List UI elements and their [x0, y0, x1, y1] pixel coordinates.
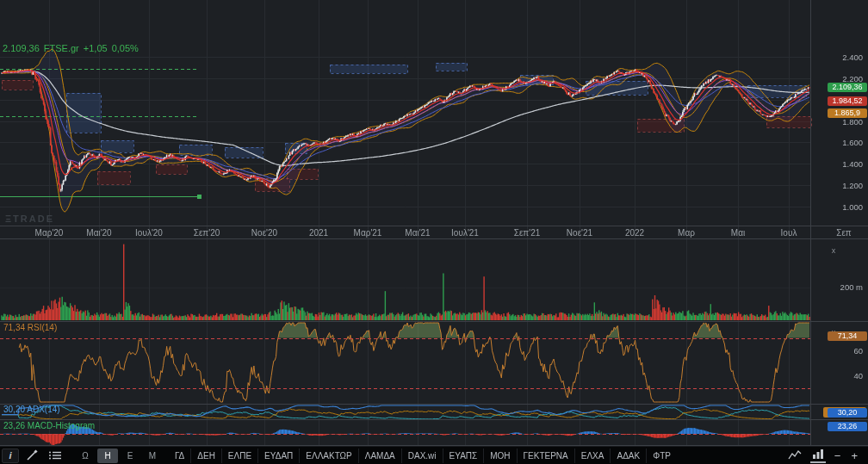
ma-red-badge: 1.984,52 — [828, 96, 867, 106]
time-axis-label: Νοε'20 — [251, 228, 277, 238]
info-button[interactable]: i — [2, 449, 19, 463]
time-axis-label: Ιουλ'20 — [135, 228, 163, 238]
zoom-in-button[interactable]: + — [849, 449, 859, 462]
rsi-axis-tick: 60 — [853, 346, 863, 356]
minus-icon: − — [834, 449, 841, 462]
ma-orange-badge: 1.865,9 — [828, 108, 867, 118]
price-axis-tick: 1.600 — [842, 138, 863, 147]
price-axis-tick: 1.000 — [842, 202, 863, 212]
symbol-tab-ΓΕΚΤΕΡΝΑ[interactable]: ΓΕΚΤΕΡΝΑ — [517, 449, 574, 463]
symbol-tab-ΛΑΜΔΑ[interactable]: ΛΑΜΔΑ — [358, 449, 401, 463]
time-axis-label: Μαι — [731, 228, 745, 238]
interval-button-Η[interactable]: Η — [97, 449, 118, 463]
symbol-tab-ΜΟΗ[interactable]: ΜΟΗ — [483, 449, 516, 463]
time-axis-label: 2022 — [625, 228, 644, 238]
watchlist-button[interactable] — [45, 449, 65, 463]
draw-button[interactable] — [22, 449, 41, 463]
symbol-tab-ΕΛΛΑΚΤΩΡ[interactable]: ΕΛΛΑΚΤΩΡ — [299, 449, 357, 463]
histogram-style-button[interactable] — [810, 448, 826, 463]
symbol-tab-ΕΛΧΑ[interactable]: ΕΛΧΑ — [574, 449, 611, 463]
time-axis-label: Μαι'20 — [86, 228, 111, 238]
volume-pane-close-icon[interactable]: x — [829, 246, 838, 255]
macd-value-badge: 23,26 — [828, 422, 867, 431]
time-axis-label: Μαρ — [678, 228, 695, 238]
symbol-tabs: ΓΔΔΕΗΕΛΠΕΕΥΔΑΠΕΛΛΑΚΤΩΡΛΑΜΔΑDAX.wiΕΥΑΠΣΜΟ… — [169, 449, 677, 463]
time-axis-label: Σεπ'21 — [514, 228, 541, 238]
price-axis-tick: 1.200 — [842, 181, 863, 190]
symbol-tab-ΑΔΑΚ[interactable]: ΑΔΑΚ — [610, 449, 646, 463]
pencil-icon — [26, 449, 38, 461]
adx-value-badge: 30,20 — [828, 408, 867, 418]
symbol-tab-ΕΛΠΕ[interactable]: ΕΛΠΕ — [221, 449, 257, 463]
time-axis-label: Μαι'21 — [405, 228, 430, 238]
line-chart-icon — [788, 449, 802, 461]
toolbar-right: − + — [783, 447, 868, 464]
time-axis-label: Σεπ'20 — [194, 228, 220, 238]
zoom-out-button[interactable]: − — [833, 449, 843, 462]
rsi-axis-tick: 40 — [853, 371, 863, 380]
chart-canvas[interactable] — [0, 0, 868, 446]
histogram-icon — [812, 449, 824, 459]
toolbar-left: i ΩΗΕΜ ΓΔΔΕΗΕΛΠΕΕΥΔΑΠΕΛΛΑΚΤΩΡΛΑΜΔΑDAX.wi… — [0, 447, 677, 464]
price-axis-tick: 1.400 — [842, 159, 863, 169]
plus-icon: + — [851, 449, 858, 462]
info-icon: i — [9, 450, 11, 461]
time-axis-label: Μαρ'21 — [354, 228, 382, 238]
time-axis-label: Σεπ — [836, 228, 852, 238]
time-axis-label: Μαρ'20 — [35, 228, 64, 238]
bottom-toolbar: i ΩΗΕΜ ΓΔΔΕΗΕΛΠΕΕΥΔΑΠΕΛΛΑΚΤΩΡΛΑΜΔΑDAX.wi… — [0, 446, 868, 464]
symbol-tab-ΕΥΔΑΠ[interactable]: ΕΥΔΑΠ — [257, 449, 299, 463]
last-price-badge: 2.109,36 — [828, 83, 867, 92]
symbol-tab-ΦΤΡ[interactable]: ΦΤΡ — [646, 449, 677, 463]
symbol-tab-ΔΕΗ[interactable]: ΔΕΗ — [190, 449, 221, 463]
interval-button-Μ[interactable]: Μ — [142, 449, 163, 463]
interval-button-Ε[interactable]: Ε — [120, 449, 140, 463]
interval-buttons: ΩΗΕΜ — [74, 449, 164, 463]
trading-app: 2.109,36FTSE.gr+1,050,05% ΞTRADE 2.4002.… — [0, 0, 868, 464]
time-axis-label: Ιουλ — [781, 228, 797, 238]
chart-style-button[interactable] — [786, 449, 803, 463]
list-icon — [48, 450, 62, 461]
interval-button-Ω[interactable]: Ω — [75, 449, 96, 463]
rsi-value-badge: 71,34 — [828, 331, 867, 341]
symbol-tab-ΓΔ[interactable]: ΓΔ — [169, 449, 190, 463]
price-axis-tick: 2.400 — [842, 53, 863, 62]
symbol-tab-ΕΥΑΠΣ[interactable]: ΕΥΑΠΣ — [443, 449, 484, 463]
volume-axis-tick: 200 m — [840, 282, 863, 292]
time-axis-label: Νοε'21 — [567, 228, 592, 238]
time-axis-label: 2021 — [309, 228, 328, 238]
price-axis-tick: 1.800 — [842, 117, 863, 127]
time-axis-label: Ιουλ'21 — [451, 228, 479, 238]
symbol-tab-DAX.wi[interactable]: DAX.wi — [401, 449, 443, 463]
